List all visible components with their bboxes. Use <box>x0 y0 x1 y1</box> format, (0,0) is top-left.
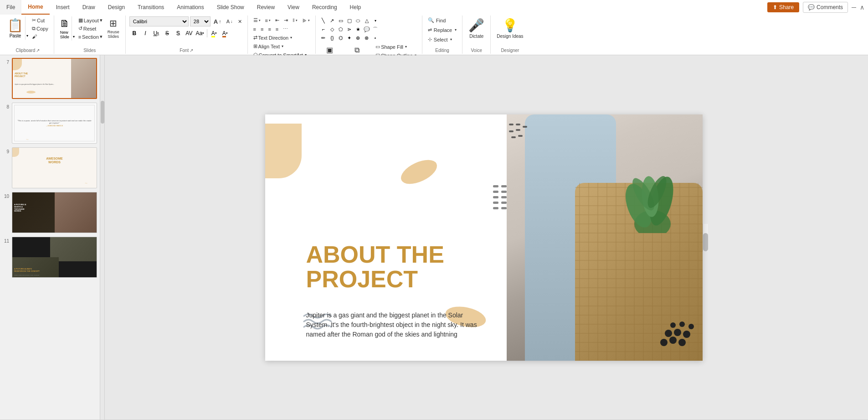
indent-dec-button[interactable]: ⇤ <box>273 16 281 24</box>
design-ideas-button[interactable]: 💡 Design Ideas <box>494 16 525 40</box>
tab-home[interactable]: Home <box>21 0 49 15</box>
section-button[interactable]: ≡ Section ▾ <box>77 33 104 41</box>
indent-inc-button[interactable]: ⇥ <box>282 16 290 24</box>
font-color-button[interactable]: A ▾ <box>220 28 230 38</box>
font-size-down-button[interactable]: A↓ <box>225 18 235 25</box>
shape-triangle[interactable]: △ <box>363 16 371 25</box>
columns-button[interactable]: ⫸▾ <box>300 17 312 24</box>
shape-oval[interactable]: ⬭ <box>354 16 362 25</box>
font-expand-icon[interactable]: ↗ <box>190 48 193 53</box>
ribbon-collapse-icon[interactable]: ∧ <box>860 4 864 11</box>
shape-freeform[interactable]: ✏ <box>319 34 328 42</box>
shape-diamond[interactable]: ◇ <box>328 25 336 33</box>
slide-panel-scrollbar-thumb[interactable] <box>101 101 104 124</box>
tab-draw[interactable]: Draw <box>76 0 102 15</box>
line-spacing-button[interactable]: ⫴▾ <box>291 16 299 24</box>
replace-button[interactable]: ⇌ Replace <box>426 26 458 34</box>
align-left-button[interactable]: ≡ <box>252 26 258 33</box>
slide-thumbnail-11[interactable]: 11 A PICTURE ALWAYSREINFORCES THE CONCEP… <box>2 236 98 279</box>
new-slide-button[interactable]: 🗎 NewSlide <box>58 16 72 41</box>
format-painter-button[interactable]: 🖌 <box>30 33 50 40</box>
find-button[interactable]: 🔍 Find <box>426 16 447 24</box>
tab-help[interactable]: Help <box>344 0 368 15</box>
shape-callout[interactable]: 💬 <box>363 25 371 33</box>
slide-canvas[interactable]: ABOUT THE PROJECT Jupiter is a gas giant… <box>265 114 703 361</box>
shape-arrow-line[interactable]: ↗ <box>328 16 336 25</box>
reset-button[interactable]: ↺ Reset <box>77 25 104 32</box>
shapes-more-arrow[interactable]: ▾ <box>371 16 380 25</box>
reuse-slides-button[interactable]: ⊞ ReuseSlides <box>105 16 122 40</box>
shape-pentagon[interactable]: ⬠ <box>337 25 345 33</box>
bullets-button[interactable]: ☰▾ <box>252 16 262 24</box>
slide-thumbnail-9[interactable]: 9 AWESOMEWORDS 〜 <box>2 146 98 189</box>
dictate-button[interactable]: 🎤 Dictate <box>466 16 487 40</box>
change-case-button[interactable]: Aa▾ <box>195 28 205 38</box>
paste-button[interactable]: 📋 Paste <box>5 16 25 40</box>
comments-button[interactable]: 💬 Comments <box>803 2 848 13</box>
slide-thumbnail-8[interactable]: 8 "This is a quote, words full of wisdom… <box>2 102 98 145</box>
slide-thumb-img-9[interactable]: AWESOMEWORDS 〜 <box>12 147 97 188</box>
shape-brace[interactable]: ⌬ <box>337 34 345 42</box>
numbered-list-button[interactable]: ≡▾ <box>263 17 272 24</box>
shape-star[interactable]: ★ <box>354 25 362 33</box>
more-para-button[interactable]: ⋯ <box>281 25 290 33</box>
slide-panel-scrollbar[interactable] <box>100 55 105 420</box>
shape-chevron[interactable]: ⋗ <box>345 25 354 33</box>
font-size-up-button[interactable]: A↑ <box>212 17 223 26</box>
shape-bracket[interactable]: {} <box>328 34 336 42</box>
tab-file[interactable]: File <box>0 0 21 15</box>
tab-design[interactable]: Design <box>102 0 131 15</box>
align-text-button[interactable]: ⊞ Align Text <box>252 42 286 50</box>
shape-misc4[interactable]: ⋆ <box>371 34 380 42</box>
new-slide-arrow[interactable]: ▾ <box>72 16 76 41</box>
slide-thumbnail-7[interactable]: 7 ABOUT THEPROJECT Jupiter is a gas gian… <box>2 57 98 100</box>
font-size-select[interactable]: 28 <box>190 16 211 26</box>
shape-misc1[interactable]: ✦ <box>345 34 354 42</box>
canvas-scrollbar-thumb[interactable] <box>703 233 708 251</box>
tab-transitions[interactable]: Transitions <box>131 0 170 15</box>
align-center-button[interactable]: ≡ <box>259 26 265 33</box>
shape-rounded-rect[interactable]: ▢ <box>345 16 354 25</box>
select-button[interactable]: ⊹ Select <box>426 36 454 43</box>
bold-button[interactable]: B <box>129 28 139 38</box>
clear-format-button[interactable]: ✕ <box>236 18 244 26</box>
character-spacing-button[interactable]: AV <box>184 28 194 38</box>
font-family-select[interactable]: Calibri <box>129 16 189 26</box>
tab-view[interactable]: View <box>281 0 306 15</box>
cut-button[interactable]: ✂ Cut <box>30 16 50 24</box>
tab-slideshow[interactable]: Slide Show <box>211 0 251 15</box>
slide-thumb-img-10[interactable]: A PICTURE ISWORTH ATHOUSANDWORDS <box>12 192 97 233</box>
underline-button[interactable]: U▾ <box>151 28 161 38</box>
shape-curve[interactable]: ⌒ <box>371 25 380 33</box>
tab-recording[interactable]: Recording <box>306 0 344 15</box>
layout-button[interactable]: ▦ Layout ▾ <box>77 16 104 24</box>
slide-thumb-img-11[interactable]: A PICTURE ALWAYSREINFORCES THE CONCEPT I… <box>12 237 97 278</box>
shape-line[interactable]: ╲ <box>319 16 328 25</box>
clipboard-expand-icon[interactable]: ↗ <box>36 48 40 53</box>
justify-button[interactable]: ≡ <box>274 26 280 33</box>
shape-misc3[interactable]: ⊗ <box>363 34 371 42</box>
paste-dropdown-arrow[interactable]: ▾ <box>25 16 29 40</box>
slide-body[interactable]: Jupiter is a gas giant and the biggest p… <box>306 311 479 339</box>
text-direction-button[interactable]: ⇄ Text Direction <box>252 34 294 41</box>
shape-right-angle[interactable]: ⌐ <box>319 25 328 33</box>
shape-fill-button[interactable]: ▭ Shape Fill <box>374 43 418 51</box>
minimize-icon[interactable]: ─ <box>852 4 856 11</box>
slide-title[interactable]: ABOUT THE PROJECT <box>306 242 479 292</box>
tab-review[interactable]: Review <box>251 0 281 15</box>
shape-rect[interactable]: ▭ <box>337 16 345 25</box>
slide-thumb-img-8[interactable]: "This is a quote, words full of wisdom t… <box>12 103 97 144</box>
share-button[interactable]: ⬆ Share <box>767 2 799 12</box>
align-right-button[interactable]: ≡ <box>266 26 272 33</box>
tab-animations[interactable]: Animations <box>170 0 210 15</box>
canvas-scrollbar[interactable] <box>703 224 708 251</box>
tab-insert[interactable]: Insert <box>50 0 76 15</box>
highlight-button[interactable]: A ▾ <box>209 28 219 38</box>
shape-misc2[interactable]: ⊕ <box>354 34 362 42</box>
copy-button[interactable]: ⧉ Copy <box>30 25 50 32</box>
shadow-button[interactable]: S <box>173 28 183 38</box>
slide-thumb-img-7[interactable]: ABOUT THEPROJECT Jupiter is a gas giant … <box>12 58 97 99</box>
strikethrough-button[interactable]: S <box>162 28 172 38</box>
slide-thumbnail-10[interactable]: 10 A PICTURE ISWORTH ATHOUSANDWORDS <box>2 191 98 234</box>
italic-button[interactable]: I <box>140 28 150 38</box>
